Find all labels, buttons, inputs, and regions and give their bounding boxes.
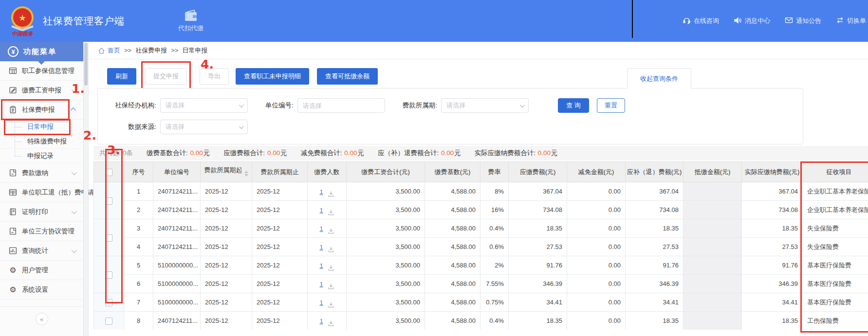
download-icon[interactable] [323,262,334,269]
row-checkbox[interactable] [105,299,112,306]
header-item-online-consult[interactable]: 在线咨询 [683,17,719,26]
sidebar-subitem-daily-declare[interactable]: 日常申报 [0,120,83,134]
export-button[interactable]: 导出 [200,68,229,85]
reset-button[interactable]: 重置 [597,98,625,113]
collapse-query-conditions-button[interactable]: 收起查询条件 [627,68,691,88]
cell-reduction: 0.00 [567,219,626,238]
download-icon[interactable] [323,318,334,325]
sidebar-subitem-label: 日常申报 [27,123,54,131]
cell-payer_count: 1 [308,182,347,201]
sidebar-item-label: 职工参保信息管理 [22,67,74,75]
cell-seq: 7 [124,293,153,312]
sidebar-item-salary-declare[interactable]: 缴费工资申报 [0,81,83,100]
cell-refund_supplement: 346.39 [626,275,683,293]
sidebar-scrollbar[interactable] [84,42,89,336]
breadcrumb-item-declare[interactable]: 社保费申报 [135,46,167,55]
breadcrumb-item-daily[interactable]: 日常申报 [182,46,207,55]
sidebar-item-tripartite-agreement[interactable]: 单位三方协议管理 [0,222,83,241]
search-button[interactable]: 查 询 [558,98,589,113]
summary-stat-unit: 元 [203,149,210,157]
breadcrumb-home-link[interactable]: 首页 [98,46,120,55]
sidebar-subitem-declare-records[interactable]: 申报记录 [0,149,83,163]
cell-salary_total: 3,500.00 [347,238,425,256]
unit-no-input[interactable] [297,98,385,113]
row-checkbox-cell [94,312,124,330]
cell-salary_total: 3,500.00 [347,256,425,275]
header-item-switch-unit[interactable]: 切换单 [836,17,866,25]
agency-label: 社保经办机构: [106,101,156,110]
cell-actual_payable: 91.76 [742,256,803,275]
refresh-button[interactable]: 刷新 [107,68,136,85]
sidebar-item-certificate-print[interactable]: 证明打印 [0,202,83,222]
filter-row-2: 数据来源: 请选择 [106,120,265,134]
payer-count-link[interactable]: 1 [319,318,323,325]
download-icon[interactable] [323,299,334,306]
download-icon[interactable] [323,244,334,251]
submit-declaration-button[interactable]: 提交申报 [145,68,187,85]
view-undeclared-detail-button[interactable]: 查看职工未申报明细 [236,68,309,85]
header-item-message-center[interactable]: 消息中心 [734,17,770,26]
payer-count-link[interactable]: 1 [319,207,323,214]
payer-count-link[interactable]: 1 [319,225,323,232]
chevron-down-icon [239,124,244,129]
data-source-select[interactable]: 请选择 [160,120,248,134]
select-all-checkbox[interactable] [105,169,112,176]
header-item-notice-announcement[interactable]: 通知公告 [785,17,821,25]
table-column-header-5: 缴费工资合计(元) [347,162,425,182]
header-item-label: 通知公告 [796,17,821,25]
payer-count-link[interactable]: 1 [319,188,323,195]
sidebar-scrollbar-thumb[interactable] [84,43,88,86]
fee-period-select[interactable]: 请选择 [441,98,529,113]
cell-payable: 367.04 [509,182,567,201]
sidebar-item-query-statistics[interactable]: 查询统计 [0,241,83,261]
cell-reduction: 0.00 [567,201,626,219]
download-icon[interactable] [323,225,334,232]
cell-payable: 91.76 [509,256,567,275]
payer-count-link[interactable]: 1 [319,244,323,251]
cell-period_start: 2025-12 [201,293,252,312]
sidebar-subitem-special-fee-declare[interactable]: 特殊缴费申报 [0,134,83,149]
cell-period_start: 2025-12 [201,312,252,330]
speaker-icon [734,17,742,26]
payer-count-link[interactable]: 1 [319,281,323,288]
sidebar-item-user-management[interactable]: ⚙用户管理 [0,261,83,280]
cell-period_start: 2025-12 [201,201,252,219]
row-checkbox[interactable] [105,271,112,279]
tab-withhold-remit[interactable]: 代扣代缴 [178,10,203,33]
summary-stat: 缴费基数合计: 0.00元 [147,149,210,157]
cell-unit_no: 5100000000... [153,293,201,312]
table-column-header-2[interactable]: 费款所属期起 [201,162,252,182]
cell-payer_count: 1 [308,293,347,312]
row-checkbox[interactable] [105,234,112,242]
row-checkbox[interactable] [105,197,112,205]
table-row: 65100000000...2025-122025-1213,500.004,5… [94,275,868,293]
sidebar-item-unit-refund-apply[interactable]: 单位职工退（抵）费申请管理 [0,183,83,202]
chevron-down-icon [72,169,77,175]
svg-text:★: ★ [18,13,26,23]
table-column-header-9: 减免金额(元) [567,162,626,182]
cell-reduction: 0.00 [567,256,626,275]
sort-icon[interactable] [244,169,248,178]
cell-refund_supplement: 91.76 [626,256,683,275]
sidebar-footer: « [0,306,83,325]
cell-actual_payable: 27.53 [742,238,803,256]
cell-pay_base: 4,588.00 [425,201,480,219]
sidebar-item-system-settings[interactable]: ⚙系统设置 [0,280,83,300]
sidebar-collapse-button[interactable]: « [36,313,48,325]
payer-count-link[interactable]: 1 [319,299,323,306]
sidebar-item-social-insurance-declare[interactable]: 社保费申报 [0,100,83,120]
cell-rate: 16% [480,201,509,219]
cell-actual_payable: 346.39 [742,275,803,293]
row-checkbox[interactable] [105,318,112,325]
payer-count-link[interactable]: 1 [319,262,323,269]
download-icon[interactable] [323,207,334,214]
download-icon[interactable] [323,188,334,195]
sidebar-item-fee-payment[interactable]: 费款缴纳 [0,163,83,183]
summary-stat: 减免费额合计: 0.00元 [301,149,364,157]
download-icon[interactable] [323,281,334,288]
agency-select[interactable]: 请选择 [160,98,248,113]
summary-stat-unit: 元 [551,149,558,157]
view-offset-balance-button[interactable]: 查看可抵缴余额 [317,68,378,85]
breadcrumb-home-label[interactable]: 首页 [108,46,120,55]
sidebar-item-label: 费款缴纳 [22,169,48,177]
